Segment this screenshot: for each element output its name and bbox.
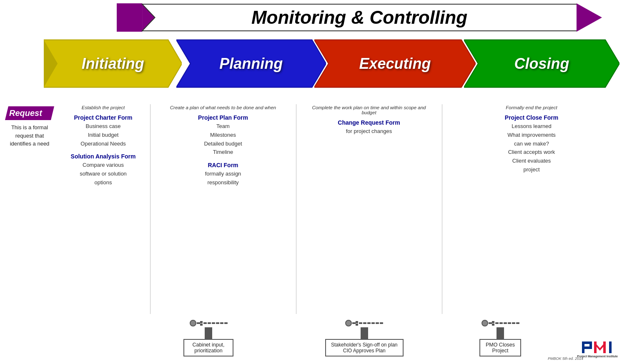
request-badge: Request	[5, 106, 54, 120]
charter-form-items: Business case Initial budget Operational…	[58, 122, 148, 148]
divider-2	[296, 104, 296, 314]
change-form-title: Change Request Form	[304, 119, 434, 126]
closing-content: Formally end the project Project Close F…	[450, 105, 613, 174]
svg-marker-0	[117, 3, 142, 32]
planning-subtitle: Create a plan of what needs to be done a…	[158, 105, 288, 110]
key-icon-3	[482, 320, 519, 326]
svg-rect-10	[582, 341, 589, 344]
connector-2-box: Stakeholder's Sign-off on planCIO Approv…	[325, 339, 404, 356]
plan-form-items: Team Milestones Detailed budget Timeline	[158, 122, 288, 157]
solution-form-items: Compare various software or solution opt…	[58, 161, 148, 187]
pmi-p-icon	[581, 341, 593, 354]
pmi-institute-text: Project Management Institute	[577, 355, 618, 358]
pmi-i-icon	[607, 341, 614, 354]
key-icon-1	[190, 320, 228, 326]
change-form-items: for project changes	[304, 127, 434, 136]
close-form-title: Project Close Form	[450, 114, 613, 121]
connector-2-label: Stakeholder's Sign-off on planCIO Approv…	[331, 342, 398, 354]
banner-title: Monitoring & Controlling	[251, 7, 467, 28]
svg-marker-3	[577, 3, 602, 32]
planning-content: Create a plan of what needs to be done a…	[158, 105, 288, 187]
pmi-logo: Project Management Institute	[577, 341, 618, 358]
executing-content: Complete the work plan on time and withi…	[304, 105, 434, 136]
divider-3	[442, 104, 442, 314]
raci-form-items: formally assign responsibility	[158, 170, 288, 187]
phases-row: Initiating Planning Executing Closing	[44, 38, 619, 90]
charter-form-title: Project Charter Form	[58, 114, 148, 121]
connector-1-label: Cabinet input,prioritization	[192, 342, 224, 354]
initiating-subtitle: Establish the project	[58, 105, 148, 110]
connector-2: Stakeholder's Sign-off on planCIO Approv…	[325, 320, 404, 356]
closing-subtitle: Formally end the project	[450, 105, 613, 110]
initiating-label: Initiating	[44, 38, 182, 90]
pmbok-reference: PMBOK 5th ed. 2014	[548, 356, 583, 361]
monitoring-controlling-banner: Monitoring & Controlling	[117, 3, 602, 32]
pmi-m-icon	[593, 341, 607, 354]
solution-form-title: Solution Analysis Form	[58, 153, 148, 160]
svg-rect-12	[589, 341, 592, 349]
divider-1	[150, 104, 150, 314]
connector-3-label: PMO ClosesProject	[486, 342, 515, 354]
raci-form-title: RACI Form	[158, 162, 288, 168]
plan-form-title: Project Plan Form	[158, 114, 288, 121]
request-description: This is a formal request that identifies…	[5, 123, 54, 148]
svg-rect-11	[582, 346, 589, 349]
connector-3-box: PMO ClosesProject	[479, 339, 521, 356]
connector-3: PMO ClosesProject	[479, 320, 521, 356]
executing-label: Executing	[314, 38, 476, 90]
initiating-content: Establish the project Project Charter Fo…	[58, 105, 148, 187]
pmi-logo-mark	[581, 341, 614, 354]
request-section: Request This is a formal request that id…	[5, 106, 54, 148]
executing-subtitle: Complete the work plan on time and withi…	[304, 105, 434, 115]
planning-label: Planning	[176, 38, 326, 90]
close-form-items: Lessons learned What improvements can we…	[450, 122, 613, 174]
key-icon-2	[345, 320, 383, 326]
svg-rect-16	[609, 341, 612, 353]
connector-1-box: Cabinet input,prioritization	[183, 339, 233, 356]
closing-label: Closing	[464, 38, 619, 90]
connector-1: Cabinet input,prioritization	[183, 320, 233, 356]
